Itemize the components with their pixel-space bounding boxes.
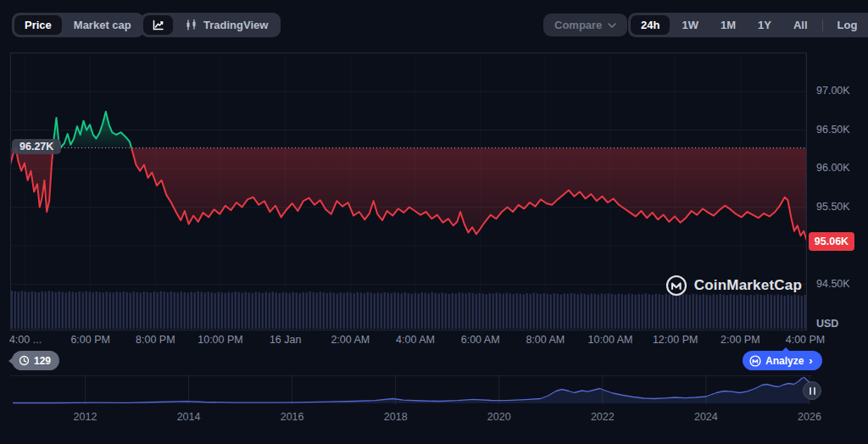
year-tick-label: 2022 xyxy=(591,411,615,423)
log-scale-toggle[interactable]: Log xyxy=(827,15,868,35)
history-count-badge[interactable]: 129 xyxy=(12,351,59,370)
price-tab[interactable]: Price xyxy=(14,15,62,35)
x-tick-label: 8:00 PM xyxy=(136,334,175,346)
coinmarketcap-logo-icon xyxy=(749,355,761,367)
history-range-selector[interactable] xyxy=(10,375,812,406)
chart-type-toggle-group: TradingView xyxy=(141,13,281,37)
analyze-button[interactable]: Analyze › xyxy=(743,351,822,370)
watermark: CoinMarketCap xyxy=(665,275,802,297)
range-all-button[interactable]: All xyxy=(783,15,818,35)
x-tick-label: 4:00 AM xyxy=(396,334,435,346)
year-tick-label: 2024 xyxy=(694,411,718,423)
y-tick-label: 94.50K xyxy=(816,278,850,290)
compare-dropdown[interactable]: Compare xyxy=(543,14,627,36)
x-tick-label: 10:00 AM xyxy=(588,334,633,346)
market-cap-tab[interactable]: Market cap xyxy=(64,15,142,35)
metric-toggle-group: Price Market cap xyxy=(12,13,144,37)
chevron-down-icon xyxy=(608,23,616,28)
year-tick-label: 2016 xyxy=(281,411,304,423)
y-tick-label: 96.00K xyxy=(816,162,850,174)
range-1m-button[interactable]: 1M xyxy=(710,15,746,35)
chevron-right-icon: › xyxy=(809,354,812,367)
x-tick-label: 2:00 AM xyxy=(331,334,370,346)
range-handle[interactable] xyxy=(803,381,821,400)
x-tick-label: 8:00 AM xyxy=(526,334,565,346)
year-tick-label: 2020 xyxy=(487,411,511,423)
analyze-label: Analyze xyxy=(765,355,804,367)
divider xyxy=(822,19,823,31)
y-tick-label: 97.00K xyxy=(816,85,850,97)
y-tick-label: 96.50K xyxy=(816,124,850,136)
history-count: 129 xyxy=(34,355,51,367)
last-price-badge: 95.06K xyxy=(809,232,854,251)
navigator-series xyxy=(13,378,810,404)
x-tick-label: 2:00 PM xyxy=(721,334,760,346)
x-tick-label: 4:00 ... xyxy=(9,334,42,346)
x-tick-label: 12:00 PM xyxy=(653,334,698,346)
tradingview-label: TradingView xyxy=(203,19,268,31)
x-tick-label: 4:00 PM xyxy=(786,334,826,346)
range-1y-button[interactable]: 1Y xyxy=(748,15,782,35)
candlestick-icon xyxy=(185,19,198,31)
clock-icon xyxy=(19,355,30,366)
open-price-label: 96.27K xyxy=(12,139,61,154)
line-chart-icon xyxy=(152,19,164,31)
currency-unit-label: USD xyxy=(816,318,838,330)
range-1w-button[interactable]: 1W xyxy=(671,15,709,35)
x-tick-label: 6:00 PM xyxy=(70,334,110,346)
bubble-tail xyxy=(782,347,790,352)
year-tick-label: 2014 xyxy=(177,411,201,423)
pause-handle-icon xyxy=(814,387,815,395)
watermark-label: CoinMarketCap xyxy=(694,277,802,294)
compare-label: Compare xyxy=(554,19,602,31)
range-toggle-group: 24h 1W 1M 1Y All Log xyxy=(628,13,868,37)
coinmarketcap-chart-panel: Price Market cap TradingView Compare xyxy=(0,0,868,444)
year-tick-label: 2012 xyxy=(74,411,97,423)
y-tick-label: 95.50K xyxy=(816,201,850,213)
pause-handle-icon xyxy=(810,387,811,395)
coinmarketcap-logo-icon xyxy=(665,275,687,297)
x-tick-label: 6:00 AM xyxy=(461,334,500,346)
year-tick-label: 2018 xyxy=(384,411,408,423)
bubble-tail xyxy=(8,358,13,364)
range-24h-button[interactable]: 24h xyxy=(631,15,670,35)
line-chart-toggle[interactable] xyxy=(143,15,173,35)
x-tick-label: 10:00 PM xyxy=(198,334,243,346)
tradingview-toggle[interactable]: TradingView xyxy=(175,15,278,35)
year-tick-label: 2026 xyxy=(798,411,821,423)
x-tick-label: 16 Jan xyxy=(270,334,302,346)
price-series xyxy=(10,112,807,241)
